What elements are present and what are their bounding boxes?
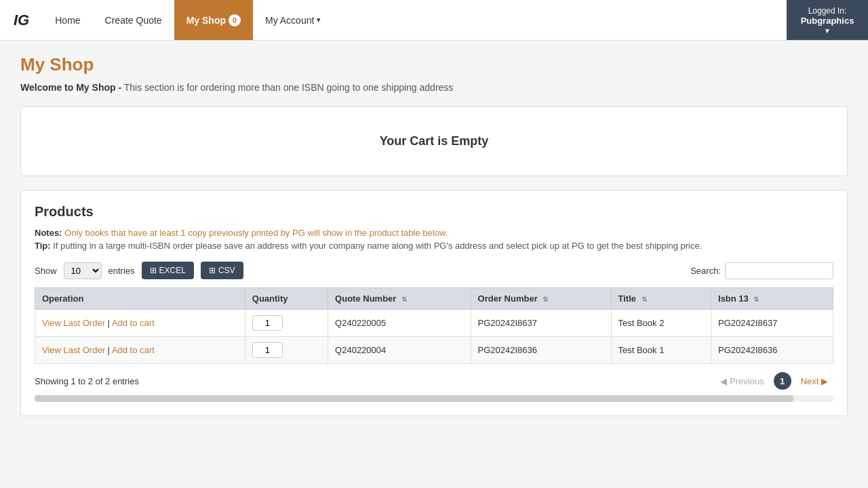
notes-text: Only books that have at least 1 copy pre… xyxy=(64,228,448,238)
tip-label: Tip: xyxy=(35,241,51,251)
add-to-cart-link-0[interactable]: Add to cart xyxy=(112,318,155,328)
cart-empty-box: Your Cart is Empty xyxy=(20,106,848,176)
table-row: View Last Order | Add to cart Q240220004… xyxy=(35,337,833,364)
nav-my-account-label: My Account xyxy=(265,15,314,26)
cell-quantity-1 xyxy=(245,337,328,364)
nav-create-quote[interactable]: Create Quote xyxy=(93,0,174,40)
cart-badge: 0 xyxy=(229,14,241,26)
search-area: Search: xyxy=(690,262,833,279)
main-nav: Home Create Quote My Shop 0 My Account ▾ xyxy=(43,0,333,40)
sort-icon-isbn: ⇅ xyxy=(753,296,759,303)
cell-order-0: PG20242I8637 xyxy=(471,310,611,337)
cell-isbn-0: PG20242I8637 xyxy=(711,310,833,337)
search-label: Search: xyxy=(690,266,721,276)
horizontal-scrollbar[interactable] xyxy=(35,395,833,402)
cell-quantity-0 xyxy=(245,310,328,337)
show-label: Show xyxy=(35,266,57,276)
prev-button[interactable]: ◀ Previous xyxy=(715,373,769,389)
cell-quote-1: Q240220004 xyxy=(328,337,471,364)
tip-text: If putting in a large multi-ISBN order p… xyxy=(53,241,702,251)
qty-input-1[interactable] xyxy=(252,342,283,358)
nav-my-account[interactable]: My Account ▾ xyxy=(253,0,333,40)
logo: IG xyxy=(0,12,43,29)
page-number-1[interactable]: 1 xyxy=(774,372,791,390)
sort-icon-order: ⇅ xyxy=(542,296,548,303)
logged-in-username: Pubgraphics xyxy=(801,16,854,26)
products-table: Operation Quantity Quote Number ⇅ Order … xyxy=(35,287,833,364)
cart-empty-text: Your Cart is Empty xyxy=(48,134,820,148)
next-button[interactable]: Next ▶ xyxy=(795,373,833,389)
pagination: ◀ Previous 1 Next ▶ xyxy=(715,372,833,390)
table-controls: Show 10 25 50 100 entries ⊞ EXCEL ⊞ CSV … xyxy=(35,262,833,279)
col-title[interactable]: Title ⇅ xyxy=(611,288,711,310)
excel-icon: ⊞ xyxy=(150,266,157,275)
excel-button[interactable]: ⊞ EXCEL xyxy=(142,262,194,279)
col-quantity: Quantity xyxy=(245,288,328,310)
page-content: My Shop Welcome to My Shop - This sectio… xyxy=(0,41,868,430)
my-account-dropdown-arrow: ▾ xyxy=(317,16,321,24)
cell-quote-0: Q240220005 xyxy=(328,310,471,337)
col-quote-number[interactable]: Quote Number ⇅ xyxy=(328,288,471,310)
cell-title-0: Test Book 2 xyxy=(611,310,711,337)
cell-operation-1: View Last Order | Add to cart xyxy=(35,337,245,364)
col-order-number[interactable]: Order Number ⇅ xyxy=(471,288,611,310)
table-header-row: Operation Quantity Quote Number ⇅ Order … xyxy=(35,288,833,310)
qty-input-0[interactable] xyxy=(252,315,283,331)
table-row: View Last Order | Add to cart Q240220005… xyxy=(35,310,833,337)
nav-my-shop-label: My Shop xyxy=(186,15,226,26)
entries-label: entries xyxy=(108,266,135,276)
subtitle-strong: Welcome to My Shop - xyxy=(20,82,121,93)
logged-in-button[interactable]: Logged In: Pubgraphics ▼ xyxy=(787,0,868,40)
page-title: My Shop xyxy=(20,54,848,75)
search-input[interactable] xyxy=(725,262,833,279)
showing-label: Showing 1 to 2 of 2 entries xyxy=(35,376,139,386)
csv-icon: ⊞ xyxy=(209,266,216,275)
add-to-cart-link-1[interactable]: Add to cart xyxy=(112,345,155,355)
subtitle-desc: This section is for ordering more than o… xyxy=(124,82,454,93)
csv-label: CSV xyxy=(218,266,235,275)
notes-label: Notes: xyxy=(35,228,62,238)
view-last-order-link-0[interactable]: View Last Order xyxy=(42,318,105,328)
products-title: Products xyxy=(35,204,833,220)
col-isbn13[interactable]: Isbn 13 ⇅ xyxy=(711,288,833,310)
sort-icon-title: ⇅ xyxy=(642,296,647,303)
cell-isbn-1: PG20242I8636 xyxy=(711,337,833,364)
cell-title-1: Test Book 1 xyxy=(611,337,711,364)
scrollbar-thumb xyxy=(35,395,793,402)
pagination-row: Showing 1 to 2 of 2 entries ◀ Previous 1… xyxy=(35,372,833,390)
excel-label: EXCEL xyxy=(159,266,186,275)
cell-operation-0: View Last Order | Add to cart xyxy=(35,310,245,337)
nav-my-shop[interactable]: My Shop 0 xyxy=(174,0,253,40)
notes-line: Notes: Only books that have at least 1 c… xyxy=(35,228,833,238)
logged-in-label: Logged In: xyxy=(808,6,847,16)
entries-select[interactable]: 10 25 50 100 xyxy=(64,262,102,279)
nav-home[interactable]: Home xyxy=(43,0,92,40)
col-operation: Operation xyxy=(35,288,245,310)
view-last-order-link-1[interactable]: View Last Order xyxy=(42,345,105,355)
tip-line: Tip: If putting in a large multi-ISBN or… xyxy=(35,241,833,251)
cell-order-1: PG20242I8636 xyxy=(471,337,611,364)
logged-in-dropdown-arrow: ▼ xyxy=(824,27,831,35)
header: IG Home Create Quote My Shop 0 My Accoun… xyxy=(0,0,868,41)
sort-icon-quote: ⇅ xyxy=(401,296,407,303)
products-section: Products Notes: Only books that have at … xyxy=(20,190,848,416)
page-subtitle: Welcome to My Shop - This section is for… xyxy=(20,82,848,93)
csv-button[interactable]: ⊞ CSV xyxy=(201,262,243,279)
